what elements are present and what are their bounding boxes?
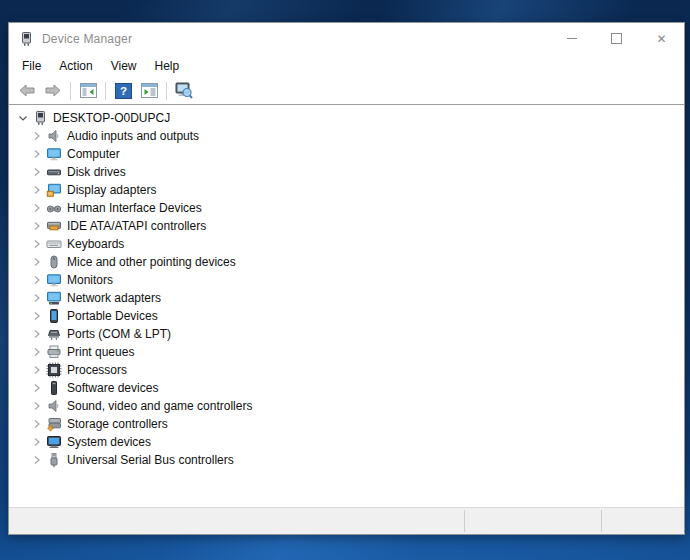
chevron-right-icon[interactable]: [29, 362, 45, 378]
tree-item[interactable]: Audio inputs and outputs: [9, 127, 684, 145]
toolbar-separator: [70, 82, 71, 100]
tree-item[interactable]: Software devices: [9, 379, 684, 397]
tree-item[interactable]: Universal Serial Bus controllers: [9, 451, 684, 469]
tree-item[interactable]: Mice and other pointing devices: [9, 253, 684, 271]
device-tree: DESKTOP-O0DUPCJAudio inputs and outputsC…: [9, 105, 684, 507]
tree-item[interactable]: Portable Devices: [9, 307, 684, 325]
statusbar-separator: [601, 510, 602, 532]
menu-action[interactable]: Action: [50, 56, 101, 76]
menu-help[interactable]: Help: [146, 56, 189, 76]
tree-item[interactable]: System devices: [9, 433, 684, 451]
chevron-right-icon[interactable]: [29, 182, 45, 198]
chevron-right-icon[interactable]: [29, 380, 45, 396]
toolbar: ?: [9, 77, 684, 105]
tree-item-label: Computer: [67, 147, 120, 161]
close-button[interactable]: ✕: [639, 23, 684, 54]
tree-item[interactable]: IDE ATA/ATAPI controllers: [9, 217, 684, 235]
chevron-right-icon[interactable]: [29, 272, 45, 288]
monitor-icon: [46, 272, 62, 288]
chevron-right-icon[interactable]: [29, 290, 45, 306]
svg-text:?: ?: [119, 85, 126, 97]
keyboard-icon: [46, 236, 62, 252]
disk-icon: [46, 164, 62, 180]
mouse-icon: [46, 254, 62, 270]
system-icon: [46, 434, 62, 450]
arrow-right-icon: [45, 84, 61, 97]
usb-icon: [46, 452, 62, 468]
tree-item[interactable]: Human Interface Devices: [9, 199, 684, 217]
chevron-right-icon[interactable]: [29, 164, 45, 180]
statusbar: [9, 507, 684, 534]
chevron-right-icon[interactable]: [29, 434, 45, 450]
chevron-right-icon[interactable]: [29, 254, 45, 270]
action-pane-icon: [141, 83, 158, 98]
chevron-right-icon[interactable]: [29, 326, 45, 342]
tree-item-label: Ports (COM & LPT): [67, 327, 171, 341]
forward-button[interactable]: [41, 80, 65, 102]
menu-view[interactable]: View: [102, 56, 146, 76]
menu-file[interactable]: File: [13, 56, 50, 76]
tree-item-label: Monitors: [67, 273, 113, 287]
tree-item-label: Audio inputs and outputs: [67, 129, 199, 143]
tree-item[interactable]: Computer: [9, 145, 684, 163]
chevron-down-icon[interactable]: [15, 110, 31, 126]
tree-item-label: System devices: [67, 435, 151, 449]
tree-item-label: Network adapters: [67, 291, 161, 305]
chevron-right-icon[interactable]: [29, 398, 45, 414]
speaker-icon: [46, 128, 62, 144]
tree-item[interactable]: Ports (COM & LPT): [9, 325, 684, 343]
software-icon: [46, 380, 62, 396]
tree-item-label: Sound, video and game controllers: [67, 399, 252, 413]
show-hide-action-pane-button[interactable]: [137, 80, 161, 102]
chevron-right-icon[interactable]: [29, 236, 45, 252]
chevron-right-icon[interactable]: [29, 146, 45, 162]
chevron-right-icon[interactable]: [29, 200, 45, 216]
chevron-right-icon[interactable]: [29, 218, 45, 234]
window-controls: ✕: [549, 23, 684, 54]
toolbar-separator: [105, 82, 106, 100]
menubar: FileActionViewHelp: [9, 54, 684, 77]
tree-item[interactable]: Display adapters: [9, 181, 684, 199]
ide-icon: [46, 218, 62, 234]
tree-item-label: Disk drives: [67, 165, 126, 179]
maximize-button[interactable]: [594, 23, 639, 54]
minimize-button[interactable]: [549, 23, 594, 54]
tree-item-label: DESKTOP-O0DUPCJ: [53, 111, 170, 125]
tree-item[interactable]: Sound, video and game controllers: [9, 397, 684, 415]
tree-item[interactable]: Network adapters: [9, 289, 684, 307]
chevron-right-icon[interactable]: [29, 344, 45, 360]
tree-item[interactable]: Print queues: [9, 343, 684, 361]
arrow-left-icon: [19, 84, 35, 97]
tree-item[interactable]: Keyboards: [9, 235, 684, 253]
titlebar[interactable]: Device Manager ✕: [9, 23, 684, 54]
scan-hardware-changes-button[interactable]: [172, 80, 196, 102]
back-button[interactable]: [15, 80, 39, 102]
tree-item-label: Universal Serial Bus controllers: [67, 453, 234, 467]
chevron-right-icon[interactable]: [29, 452, 45, 468]
portable-icon: [46, 308, 62, 324]
scan-icon: [175, 82, 193, 99]
tree-item[interactable]: Processors: [9, 361, 684, 379]
tree-item-label: Display adapters: [67, 183, 156, 197]
tree-item-label: Processors: [67, 363, 127, 377]
display-adapter-icon: [46, 182, 62, 198]
minimize-icon: [567, 38, 577, 39]
tree-item[interactable]: Storage controllers: [9, 415, 684, 433]
tree-root-node[interactable]: DESKTOP-O0DUPCJ: [9, 109, 684, 127]
processor-icon: [46, 362, 62, 378]
chevron-right-icon[interactable]: [29, 416, 45, 432]
tree-item[interactable]: Monitors: [9, 271, 684, 289]
toolbar-separator: [166, 82, 167, 100]
chevron-right-icon[interactable]: [29, 308, 45, 324]
computer-icon: [32, 110, 48, 126]
tree-item[interactable]: Disk drives: [9, 163, 684, 181]
console-tree-icon: [80, 83, 97, 98]
show-hide-console-tree-button[interactable]: [76, 80, 100, 102]
help-icon: ?: [115, 83, 132, 99]
chevron-right-icon[interactable]: [29, 128, 45, 144]
tree-item-label: Storage controllers: [67, 417, 168, 431]
statusbar-separator: [464, 510, 465, 532]
help-button[interactable]: ?: [111, 80, 135, 102]
printer-icon: [46, 344, 62, 360]
tree-item-label: Keyboards: [67, 237, 124, 251]
